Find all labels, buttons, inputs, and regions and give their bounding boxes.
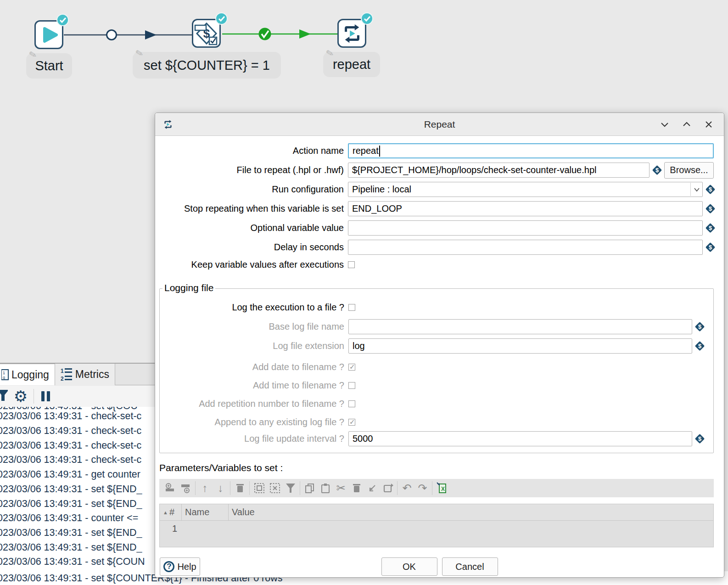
optional-variable-value-input[interactable] [348, 220, 703, 236]
logging-file-group: Logging file Log the execution to a file… [159, 288, 714, 453]
delete-row-icon[interactable] [234, 482, 246, 495]
filter-rows-icon[interactable] [284, 482, 297, 495]
add-repetition-checkbox [348, 400, 355, 407]
row-value-cell[interactable] [229, 521, 713, 547]
repeat-dialog: Repeat Action name repeat File to repeat… [155, 112, 724, 578]
action-name-label: Action name [159, 146, 348, 156]
add-time-checkbox [348, 382, 355, 389]
svg-text:X: X [441, 486, 445, 492]
variable-icon[interactable] [695, 341, 705, 351]
log-line: 023/03/06 13:49:31 - check-set-c [0, 411, 141, 422]
variable-icon[interactable] [652, 165, 662, 175]
log-toolbar [0, 386, 155, 407]
status-check-badge [56, 14, 69, 26]
tab-metrics[interactable]: 1 2 Metrics [55, 364, 115, 385]
node-label-set-counter[interactable]: ✎ set ${COUNTER} = 1 [133, 52, 281, 79]
log-file-extension-input[interactable]: log [348, 338, 692, 354]
variable-icon[interactable] [706, 204, 715, 214]
keep-values-checkbox[interactable] [348, 261, 355, 268]
cancel-button[interactable]: Cancel [442, 557, 498, 576]
log-line: 023/03/06 13:49:31 - counter <= [0, 512, 138, 524]
variable-icon[interactable] [695, 434, 705, 444]
expand-icon[interactable] [682, 119, 692, 129]
row-name-cell[interactable] [182, 521, 229, 547]
export-excel-icon[interactable]: X [436, 482, 448, 495]
add-repetition-label: Add repetition number to filename ? [163, 399, 348, 409]
delay-in-seconds-input[interactable] [348, 240, 703, 255]
paste-rows-icon[interactable] [319, 482, 331, 495]
delete-rows-icon[interactable] [350, 482, 363, 495]
collapse-rows-icon[interactable] [366, 482, 378, 495]
action-name-input[interactable]: repeat [348, 143, 714, 158]
log-line: 023/03/06 13:49:31 - check-set-c [0, 440, 141, 451]
filter-icon[interactable] [0, 390, 8, 403]
file-to-repeat-input[interactable]: ${PROJECT_HOME}/hop/loops/check-set-coun… [348, 163, 650, 178]
play-icon [39, 25, 59, 45]
add-date-checkbox [348, 364, 355, 371]
duplicate-row-icon[interactable] [381, 482, 394, 495]
log-output[interactable]: 023/03/06 13:49:31 - set ${COU 023/03/06… [0, 407, 156, 585]
node-label-repeat[interactable]: ✎ repeat [323, 52, 380, 77]
dialog-title: Repeat [155, 119, 724, 130]
variable-icon[interactable] [695, 322, 705, 332]
node-repeat[interactable] [337, 19, 366, 48]
add-date-label: Add date to filename ? [163, 362, 348, 372]
log-line: 023/03/06 13:49:31 - check-set-c [0, 454, 141, 466]
move-row-up-icon[interactable] [199, 482, 211, 495]
log-to-file-label: Log the execution to a file ? [163, 302, 348, 313]
select-all-icon[interactable] [253, 482, 265, 495]
column-header-name[interactable]: Name [182, 504, 229, 520]
node-set-counter[interactable]: $ [192, 19, 221, 48]
close-icon[interactable] [704, 119, 714, 129]
variable-icon[interactable] [706, 185, 715, 194]
dialog-titlebar[interactable]: Repeat [155, 113, 724, 136]
node-label-start[interactable]: ✎ Start [26, 53, 72, 79]
move-row-down-icon[interactable] [214, 482, 227, 495]
collapse-icon[interactable] [660, 119, 670, 129]
run-configuration-combo[interactable]: Pipeline : local [348, 182, 703, 197]
log-to-file-checkbox[interactable] [348, 304, 355, 311]
insert-row-after-icon[interactable] [179, 482, 192, 495]
repeat-icon [342, 23, 363, 44]
svg-text:2: 2 [61, 376, 64, 382]
parameters-toolbar: X [159, 479, 714, 497]
log-update-interval-label: Log file update interval ? [163, 433, 348, 444]
log-line: 023/03/06 13:49:31 - set ${END_ [0, 498, 142, 510]
delay-in-seconds-label: Delay in seconds [159, 242, 348, 253]
ok-button[interactable]: OK [381, 557, 437, 576]
tab-logging[interactable]: 1 g Logging [0, 364, 55, 385]
column-header-value[interactable]: Value [229, 504, 713, 520]
log-line: 023/03/06 13:49:31 - set ${END_ [0, 484, 142, 495]
undo-icon[interactable] [401, 482, 413, 495]
status-check-badge [361, 12, 373, 25]
base-log-file-name-label: Base log file name [163, 321, 348, 332]
redo-icon[interactable] [416, 482, 429, 495]
chevron-down-icon[interactable] [690, 183, 702, 196]
column-header-num[interactable]: ▲ # [160, 504, 182, 520]
keep-values-label: Keep variable values after executions [159, 259, 348, 270]
log-line: 023/03/06 13:49:31 - set ${END_ [0, 542, 142, 553]
stop-variable-input[interactable]: END_LOOP [348, 201, 703, 216]
append-log-checkbox [348, 419, 355, 426]
insert-row-before-icon[interactable] [164, 482, 176, 495]
gear-icon[interactable] [12, 390, 29, 403]
log-line: 023/03/06 13:49:31 - set ${END_ [0, 527, 142, 539]
optional-variable-value-label: Optional variable value [159, 223, 348, 233]
table-row[interactable]: 1 [160, 521, 713, 547]
log-line: 023/03/06 13:49:31 - set ${COUN [0, 556, 145, 568]
cut-rows-icon[interactable] [335, 482, 347, 495]
repeat-icon [163, 119, 173, 129]
log-update-interval-input[interactable]: 5000 [348, 431, 692, 446]
variable-icon[interactable] [706, 242, 715, 252]
row-number: 1 [160, 521, 182, 547]
unselect-all-icon[interactable] [269, 482, 281, 495]
variable-icon[interactable] [706, 223, 715, 233]
copy-rows-icon[interactable] [303, 482, 316, 495]
log-panel-tabbar: 1 g Logging 1 2 Metrics [0, 364, 155, 385]
run-configuration-label: Run configuration [159, 184, 348, 195]
pause-icon[interactable] [41, 391, 50, 401]
svg-text:1: 1 [61, 368, 64, 374]
base-log-file-name-input [348, 319, 692, 334]
add-time-label: Add time to filename ? [163, 380, 348, 391]
browse-button[interactable]: Browse... [664, 162, 714, 179]
